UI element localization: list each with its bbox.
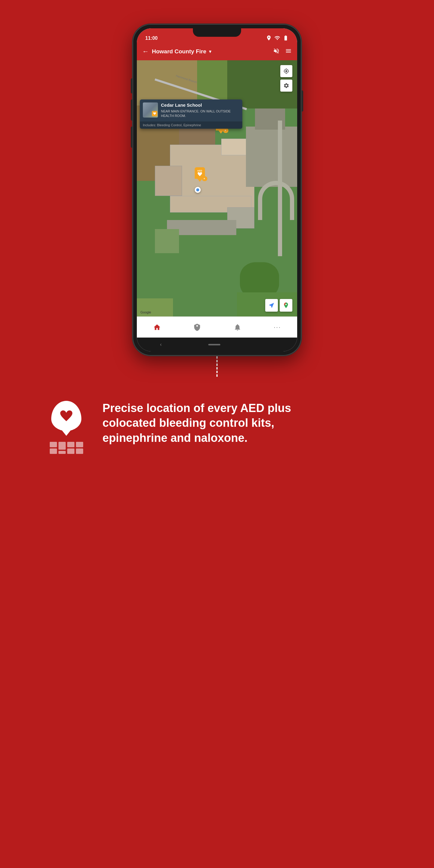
hamburger-icon [285,48,292,54]
heart-icon-2 [197,172,202,177]
aed-label-2: AED [197,170,202,172]
gear-icon [283,83,289,89]
waze-nav-button[interactable] [265,299,278,312]
battery-status-icon [283,35,289,41]
location-indicator [195,187,201,193]
phone-shell: 11:00 ← [133,24,301,355]
volume-down-button [131,127,133,148]
bottom-section: Precise location of every AED plus coloc… [0,377,434,479]
tagline-text: Precise location of every AED plus coloc… [102,401,313,445]
grid-cell [76,448,83,454]
grid-cell-short [59,451,66,454]
nav-item-more[interactable]: ··· [268,321,287,334]
aed-pointer-2 [197,179,202,182]
grid-cell [76,442,83,447]
popup-header: Cedar Lane School NEAR MAIN ENTRANCE. ON… [140,99,242,121]
grid-cell [67,448,74,454]
volume-up-button [131,99,133,121]
pin-container [51,401,82,436]
pin-pointer [61,430,71,436]
grid-cell [67,442,74,447]
popup-title: Cedar Lane School [161,102,239,108]
popup-footer: Includes: Bleeding Control, Epinephrine [140,121,242,129]
phone-screen: 11:00 ← [137,28,297,351]
building-grid [50,442,83,454]
map-view[interactable]: Hammond Branch [137,60,297,316]
aed-location-icon-container [42,401,90,455]
crosshair-icon [283,68,289,74]
home-icon [153,323,161,331]
parking-right [246,127,297,187]
location-center [196,188,199,191]
map-background: Hammond Branch [137,60,297,316]
aed-pointer-1 [218,130,223,133]
heart-in-pin-icon [60,409,73,423]
grid-col-1 [50,442,57,454]
location-control-button[interactable] [280,65,292,77]
phone-device: 11:00 ← [133,24,301,355]
status-icons [266,35,289,41]
map-settings-button[interactable] [280,80,292,92]
back-button[interactable]: ← [142,48,149,56]
user-location-dot [195,187,201,193]
aed-plus-1: + [223,128,228,133]
popup-description: NEAR MAIN ENTRANCE. ON WALL OUTSIDE HEAL… [161,109,239,119]
grid-cell [50,448,57,454]
bell-icon [234,323,241,331]
grid-col-2 [59,442,66,454]
phone-notch [193,28,241,37]
wifi-status-icon [274,35,280,41]
nav-item-fire[interactable] [187,321,207,334]
road-curve [258,181,294,220]
building-annex-top [221,138,248,155]
building-annex-left [155,166,182,196]
grid-col-3 [67,442,74,454]
mute-icon[interactable] [273,48,280,56]
popup-text: Cedar Lane School NEAR MAIN ENTRANCE. ON… [161,102,239,119]
app-bar-actions [273,48,292,56]
app-title-text: Howard County Fire [152,48,207,55]
dashed-connector [216,352,218,377]
aed-marker-2[interactable]: AED + [195,167,205,182]
status-time: 11:00 [145,36,158,41]
google-maps-icon [283,302,289,309]
app-title[interactable]: Howard County Fire ▼ [152,48,270,55]
aed-plus-2: + [202,176,207,181]
dropdown-arrow-icon: ▼ [208,49,213,54]
directions-icon [268,302,275,309]
bottom-navigation: ··· [137,316,297,338]
nav-item-alerts[interactable] [227,321,247,334]
speaker-icon [273,48,280,54]
fire-badge-icon [193,323,201,331]
location-info-popup[interactable]: Cedar Lane School NEAR MAIN ENTRANCE. ON… [140,99,242,129]
grid-cell [50,442,57,447]
google-maps-button[interactable] [280,299,292,312]
power-button [301,90,303,112]
lawn-area [155,229,179,253]
grid-cell-tall [59,442,66,450]
home-pill[interactable] [208,344,220,345]
popup-image [143,102,158,118]
grid-col-4 [76,442,83,454]
navigation-buttons [265,299,292,312]
icon-group [42,401,90,454]
more-dots-icon: ··· [274,323,281,331]
app-bar: ← Howard County Fire ▼ [137,43,297,60]
popup-aed-badge [152,111,157,116]
pin-head [51,401,82,431]
silent-button [131,79,133,93]
nav-item-home[interactable] [147,321,167,334]
location-status-icon [266,35,272,41]
back-gesture-icon[interactable]: ‹ [160,342,161,347]
google-watermark: Google [141,310,151,314]
system-nav-bar: ‹ [137,338,297,351]
menu-icon[interactable] [285,48,292,56]
